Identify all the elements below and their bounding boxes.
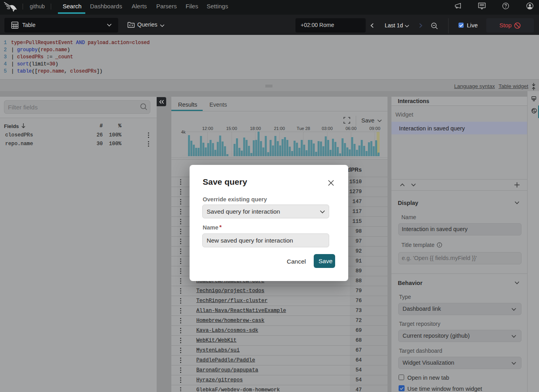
svg-text:4k: 4k xyxy=(181,130,186,134)
svg-text:15:00: 15:00 xyxy=(226,126,237,131)
svg-text:03:00: 03:00 xyxy=(322,126,333,131)
svg-text:12:00: 12:00 xyxy=(202,126,213,131)
svg-text:21:00: 21:00 xyxy=(274,126,285,131)
svg-text:Tue 28: Tue 28 xyxy=(297,126,310,131)
svg-text:18:00: 18:00 xyxy=(250,126,261,131)
svg-text:09:00: 09:00 xyxy=(369,126,380,131)
svg-text:06:00: 06:00 xyxy=(345,126,357,131)
